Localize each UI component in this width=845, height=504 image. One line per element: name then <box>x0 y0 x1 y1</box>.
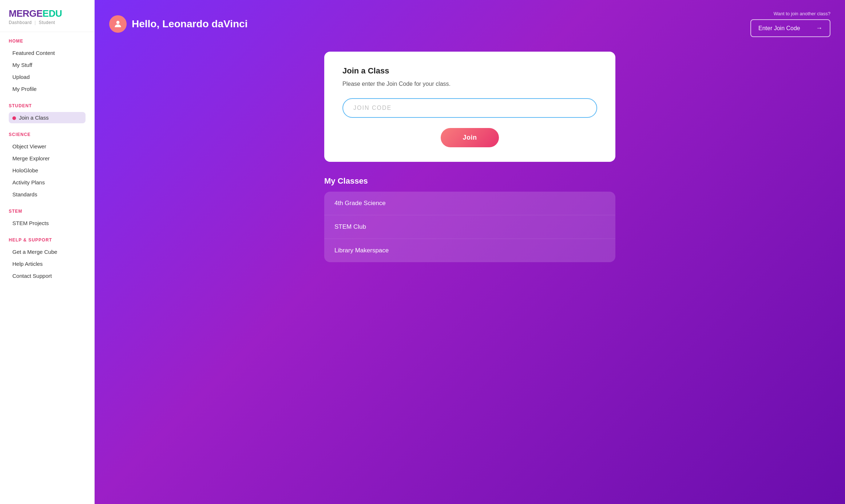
nav-section-home: HOMEFeatured ContentMy StuffUploadMy Pro… <box>0 32 94 97</box>
sidebar: MERGEEDU Dashboard | Student HOMEFeature… <box>0 0 95 504</box>
nav-section-student: STUDENTJoin a Class <box>0 97 94 125</box>
sidebar-item-get-merge-cube[interactable]: Get a Merge Cube <box>9 246 86 257</box>
sidebar-item-help-articles[interactable]: Help Articles <box>9 258 86 269</box>
logo-merge: MERGE <box>9 8 43 19</box>
sidebar-item-my-profile[interactable]: My Profile <box>9 83 86 95</box>
nav-section-label: HELP & SUPPORT <box>9 237 86 243</box>
arrow-right-icon: → <box>816 24 822 32</box>
logo-area: MERGEEDU Dashboard | Student <box>0 0 94 32</box>
join-code-prompt: Want to join another class? <box>774 11 830 16</box>
join-button[interactable]: Join <box>441 128 499 147</box>
nav-container: HOMEFeatured ContentMy StuffUploadMy Pro… <box>0 32 94 284</box>
class-item-class-3[interactable]: Library Makerspace <box>324 239 615 262</box>
sidebar-item-join-a-class[interactable]: Join a Class <box>9 112 86 123</box>
nav-section-help---support: HELP & SUPPORTGet a Merge CubeHelp Artic… <box>0 231 94 284</box>
my-classes-section: My Classes 4th Grade ScienceSTEM ClubLib… <box>324 176 615 262</box>
main-content: Hello, Leonardo daVinci Want to join ano… <box>95 0 845 504</box>
join-code-area: Want to join another class? Enter Join C… <box>750 11 830 37</box>
enter-join-code-button[interactable]: Enter Join Code → <box>750 19 830 37</box>
sidebar-item-standards[interactable]: Standards <box>9 189 86 200</box>
avatar <box>109 15 127 33</box>
nav-section-label: STUDENT <box>9 103 86 108</box>
page-header: Hello, Leonardo daVinci Want to join ano… <box>109 11 830 37</box>
join-class-subtitle: Please enter the Join Code for your clas… <box>342 81 597 87</box>
sidebar-item-merge-explorer[interactable]: Merge Explorer <box>9 153 86 164</box>
user-greeting: Hello, Leonardo daVinci <box>109 15 247 33</box>
nav-section-label: SCIENCE <box>9 132 86 137</box>
svg-point-0 <box>116 21 120 24</box>
class-list: 4th Grade ScienceSTEM ClubLibrary Makers… <box>324 192 615 262</box>
class-item-class-1[interactable]: 4th Grade Science <box>324 192 615 215</box>
logo-subtitle: Dashboard | Student <box>9 20 86 25</box>
nav-section-label: HOME <box>9 39 86 44</box>
sidebar-item-hologlobe[interactable]: HoloGlobe <box>9 165 86 176</box>
class-item-class-2[interactable]: STEM Club <box>324 215 615 239</box>
nav-section-stem: STEMSTEM Projects <box>0 202 94 231</box>
sidebar-item-activity-plans[interactable]: Activity Plans <box>9 177 86 188</box>
nav-section-label: STEM <box>9 209 86 214</box>
sidebar-item-contact-support[interactable]: Contact Support <box>9 270 86 281</box>
my-classes-title: My Classes <box>324 176 615 186</box>
logo: MERGEEDU <box>9 8 86 19</box>
join-class-title: Join a Class <box>342 66 597 76</box>
sidebar-item-stem-projects[interactable]: STEM Projects <box>9 217 86 229</box>
logo-edu: EDU <box>43 8 62 19</box>
sidebar-item-object-viewer[interactable]: Object Viewer <box>9 141 86 152</box>
greeting-text: Hello, Leonardo daVinci <box>132 18 247 30</box>
sidebar-item-featured-content[interactable]: Featured Content <box>9 47 86 59</box>
join-class-card: Join a Class Please enter the Join Code … <box>324 52 615 162</box>
join-code-input[interactable] <box>342 98 597 118</box>
sidebar-item-upload[interactable]: Upload <box>9 71 86 83</box>
sidebar-item-my-stuff[interactable]: My Stuff <box>9 59 86 71</box>
nav-section-science: SCIENCEObject ViewerMerge ExplorerHoloGl… <box>0 125 94 202</box>
